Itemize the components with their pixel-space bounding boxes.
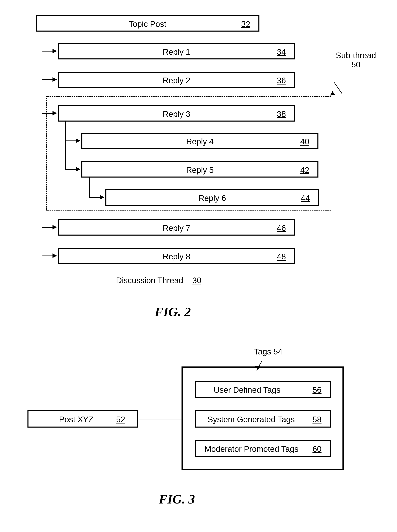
tags-label: Tags 54 xyxy=(254,347,282,356)
node-label: Reply 8 xyxy=(163,252,191,261)
node-ref: 32 xyxy=(241,19,250,29)
connector-line xyxy=(42,227,53,228)
fig2-caption-label: Discussion Thread xyxy=(116,276,183,285)
fig2-caption-ref: 30 xyxy=(192,276,201,285)
node-reply: Reply 6 44 xyxy=(105,189,319,206)
arrow-icon xyxy=(52,77,57,82)
node-label: Reply 1 xyxy=(163,47,191,56)
subthread-label: Sub-thread 50 xyxy=(336,51,376,69)
tags-item-label: Moderator Promoted Tags xyxy=(205,444,298,454)
node-label: Reply 2 xyxy=(163,76,191,85)
node-ref: 52 xyxy=(116,415,125,424)
tags-item-moderator-promoted: Moderator Promoted Tags 60 xyxy=(195,440,331,457)
node-ref: 40 xyxy=(300,137,310,146)
node-topic-post: Topic Post 32 xyxy=(36,15,260,31)
tags-item-label: User Defined Tags xyxy=(214,385,280,394)
node-reply: Reply 5 42 xyxy=(81,161,318,178)
node-reply: Reply 2 36 xyxy=(58,72,295,88)
subthread-label-text: Sub-thread xyxy=(336,51,376,60)
tags-item-system-generated: System Generated Tags 58 xyxy=(195,410,331,428)
tags-item-ref: 56 xyxy=(313,385,322,394)
fig3-title: FIG. 3 xyxy=(159,492,195,507)
connector-line xyxy=(42,51,53,51)
node-ref: 36 xyxy=(277,76,286,85)
node-post-xyz: Post XYZ 52 xyxy=(27,410,138,428)
tags-item-label: System Generated Tags xyxy=(208,415,295,424)
node-ref: 42 xyxy=(300,166,310,175)
node-label: Reply 5 xyxy=(186,166,214,175)
node-ref: 38 xyxy=(277,110,286,119)
node-ref: 48 xyxy=(277,252,286,261)
node-reply: Reply 3 38 xyxy=(58,105,295,122)
node-label: Topic Post xyxy=(129,19,167,29)
node-ref: 44 xyxy=(301,194,310,203)
diagram-canvas: Sub-thread 50 Topic Post 32 Reply 1 34 R… xyxy=(0,0,397,532)
node-label: Reply 6 xyxy=(198,194,226,203)
tags-item-ref: 58 xyxy=(313,415,322,424)
connector-line xyxy=(42,256,53,256)
node-reply: Reply 7 46 xyxy=(58,219,295,236)
node-label: Reply 4 xyxy=(186,137,214,146)
connector-line xyxy=(42,79,53,80)
connector-line xyxy=(42,31,42,256)
arrow-icon xyxy=(52,49,57,53)
node-label: Post XYZ xyxy=(59,415,93,424)
tags-item-user-defined: User Defined Tags 56 xyxy=(195,381,331,398)
arrow-icon xyxy=(52,225,57,229)
subthread-ref: 50 xyxy=(351,60,360,69)
fig2-title: FIG. 2 xyxy=(155,304,191,319)
node-label: Reply 7 xyxy=(163,224,191,233)
leader-line xyxy=(334,82,342,94)
node-ref: 46 xyxy=(277,224,286,233)
fig2-caption: Discussion Thread 30 xyxy=(116,276,201,285)
node-reply: Reply 4 40 xyxy=(81,133,318,149)
node-label: Reply 3 xyxy=(163,110,191,119)
connector-line xyxy=(138,419,181,419)
node-reply: Reply 1 34 xyxy=(58,43,295,59)
node-ref: 34 xyxy=(277,47,286,56)
tags-item-ref: 60 xyxy=(313,444,322,454)
node-reply: Reply 8 48 xyxy=(58,248,295,264)
arrow-icon xyxy=(52,253,57,258)
